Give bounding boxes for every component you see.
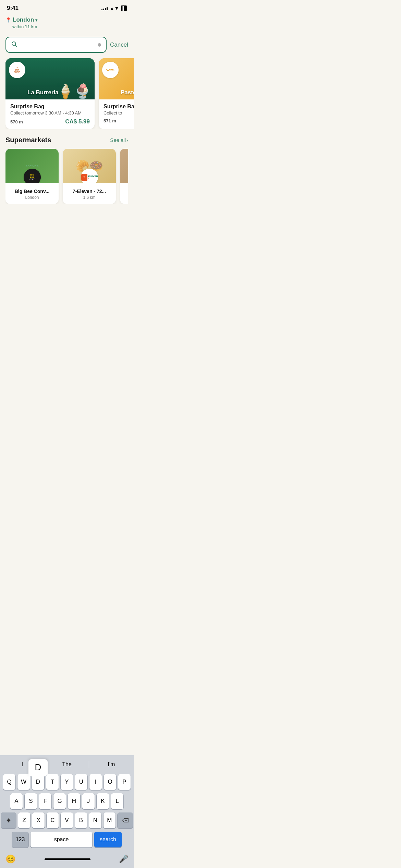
- status-time: 9:41: [7, 5, 19, 12]
- wifi-icon: ▲▼: [110, 5, 119, 11]
- location-pin-icon: 📍: [5, 17, 11, 23]
- bag-label: Surprise Bag: [104, 104, 134, 110]
- store-distance: 1.6 km: [66, 195, 112, 200]
- supermarkets-section: Supermarkets See all › shelves BIG BEE C…: [0, 129, 134, 204]
- cards-section: 🍦 LABURRERIA La Burreria Surprise Bag Co…: [0, 53, 134, 129]
- store-name: Metro: [123, 189, 128, 194]
- list-item[interactable]: shelves BIG BEE CONV Big Bee Conv... Lon…: [5, 149, 59, 204]
- store-name: Pastel: [121, 89, 134, 96]
- list-item[interactable]: ❱❱ ❱❱ ❱❱ PASTEL Pastel Surprise Bag Coll…: [99, 58, 134, 129]
- store-logo: LABURRERIA: [9, 62, 25, 78]
- store-image: 🥖 m: [120, 149, 128, 183]
- store-body: 7-Eleven - 72... 1.6 km: [63, 183, 116, 204]
- signal-bars-icon: [101, 6, 108, 10]
- list-item[interactable]: 🥐🍩 7 ELEVEN 7 7-Eleven - 72...: [63, 149, 116, 204]
- store-logo: PASTEL: [102, 62, 119, 78]
- section-header: Supermarkets See all ›: [5, 136, 128, 144]
- svg-line-1: [15, 45, 16, 46]
- card-body: Surprise Bag Collect to 571 m: [99, 99, 134, 128]
- card-body: Surprise Bag Collect tomorrow 3:30 AM - …: [5, 99, 95, 129]
- location-row[interactable]: 📍 London ▾: [5, 16, 128, 23]
- chevron-right-icon: ›: [126, 137, 128, 143]
- location-name[interactable]: London: [13, 16, 34, 23]
- list-item[interactable]: 🥖 m Metro 2: [120, 149, 128, 204]
- search-cursor: [98, 43, 101, 47]
- collect-time: Collect tomorrow 3:30 AM - 4:30 AM: [10, 110, 90, 116]
- store-image: 🥐🍩 7 ELEVEN 7: [63, 149, 116, 183]
- store-body: Big Bee Conv... London: [5, 183, 59, 204]
- cancel-button[interactable]: Cancel: [110, 40, 128, 50]
- store-logo: 7 ELEVEN 7: [81, 169, 98, 183]
- card-footer: 570 m CA$ 5.99: [10, 118, 90, 125]
- search-row: Cancel: [5, 37, 128, 53]
- store-name: 7-Eleven - 72...: [66, 189, 112, 194]
- store-location: London: [9, 195, 55, 200]
- store-name: La Burreria: [27, 89, 59, 96]
- card-distance: 571 m: [104, 118, 116, 123]
- section-title: Supermarkets: [5, 136, 51, 144]
- card-image: ❱❱ ❱❱ ❱❱ PASTEL Pastel: [99, 58, 134, 99]
- cards-row: 🍦 LABURRERIA La Burreria Surprise Bag Co…: [5, 58, 134, 129]
- search-container[interactable]: [5, 37, 107, 53]
- card-price: CA$ 5.99: [65, 118, 90, 125]
- location-chevron-icon[interactable]: ▾: [35, 17, 38, 23]
- bag-label: Surprise Bag: [10, 104, 90, 110]
- store-distance: 2: [123, 195, 128, 200]
- status-icons: ▲▼ ▌: [101, 5, 127, 11]
- battery-icon: ▌: [121, 5, 127, 11]
- list-item[interactable]: 🍦 LABURRERIA La Burreria Surprise Bag Co…: [5, 58, 95, 129]
- header: 📍 London ▾ within 11 km: [0, 14, 134, 33]
- store-image: shelves BIG BEE CONV: [5, 149, 59, 183]
- store-name: Big Bee Conv...: [9, 189, 55, 194]
- status-bar: 9:41 ▲▼ ▌: [0, 0, 134, 14]
- card-distance: 570 m: [10, 119, 23, 124]
- see-all-button[interactable]: See all ›: [110, 137, 128, 143]
- store-body: Metro 2: [120, 183, 128, 204]
- collect-time: Collect to: [104, 110, 134, 116]
- card-image: 🍦 LABURRERIA La Burreria: [5, 58, 95, 99]
- card-footer: 571 m: [104, 118, 134, 123]
- store-logo: BIG BEE CONV: [24, 169, 41, 183]
- location-radius: within 11 km: [5, 24, 128, 29]
- search-icon: [11, 41, 17, 49]
- supermarkets-row: shelves BIG BEE CONV Big Bee Conv... Lon…: [5, 149, 128, 204]
